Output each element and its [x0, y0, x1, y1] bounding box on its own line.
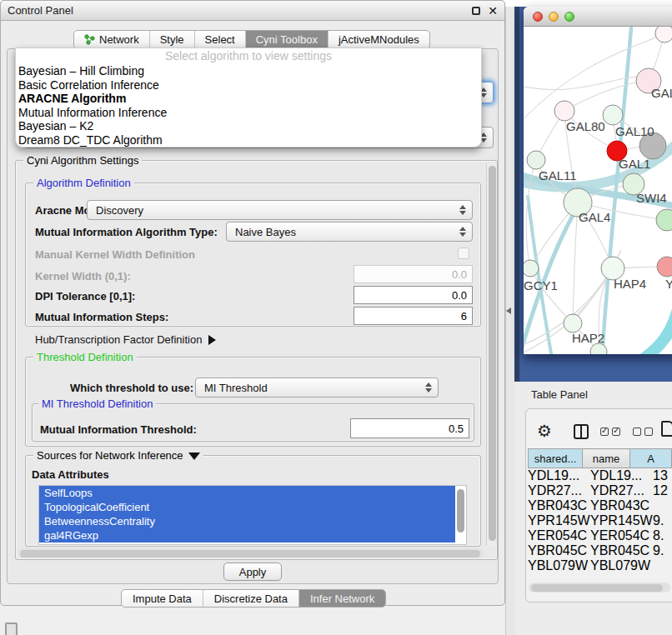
node-label: GCY1	[524, 278, 558, 292]
import-table-icon[interactable]	[661, 421, 672, 437]
settings-horizontal-thumb[interactable]	[20, 550, 480, 558]
attributes-scrollbar[interactable]	[457, 489, 464, 532]
dropdown-item[interactable]: Dream8 DC_TDC Algorithm	[16, 133, 481, 148]
dropdown-item[interactable]: Bayesian – K2	[16, 119, 481, 133]
table-row[interactable]: YBR043C YBR043C	[528, 498, 672, 513]
kernel-width-field[interactable]: 0.0	[354, 265, 473, 283]
close-window-icon[interactable]: ✕	[488, 7, 498, 15]
cell-shared-name[interactable]: YLR345W	[528, 573, 590, 574]
deselect-all-icon[interactable]	[633, 428, 653, 436]
table-settings-gear-icon[interactable]: ⚙	[537, 421, 552, 441]
sources-legend[interactable]: Sources for Network Inference	[33, 449, 203, 462]
panel-splitter[interactable]	[505, 7, 514, 635]
combo-arrows-icon	[459, 205, 466, 215]
cell-name[interactable]: YER054C	[590, 528, 653, 543]
tab-style[interactable]: Style	[149, 31, 194, 48]
cell-name[interactable]: YPR145W	[590, 513, 653, 528]
cell-shared-name[interactable]: YER054C	[528, 528, 590, 543]
cell-value[interactable]: 9.	[653, 543, 672, 558]
algorithm-dropdown-list: Select algorithm to view settings Bayesi…	[15, 48, 482, 148]
tab-jactivemnodules[interactable]: jActiveMNodules	[328, 31, 429, 48]
cell-name[interactable]: YDR27...	[590, 483, 653, 498]
cell-value[interactable]: 8.	[653, 528, 672, 543]
tab-network[interactable]: Network	[74, 31, 149, 48]
split-columns-icon[interactable]	[574, 424, 589, 439]
node-label: SWI4	[636, 191, 667, 205]
dropdown-item[interactable]: Bayesian – Hill Climbing	[16, 64, 481, 78]
cell-value[interactable]: 13	[653, 468, 672, 483]
table-horizontal-thumb[interactable]	[531, 584, 663, 592]
attribute-item-selected[interactable]: BetweennessCentrality	[39, 514, 455, 528]
tab-select[interactable]: Select	[194, 31, 245, 48]
zoom-traffic-light-icon[interactable]	[564, 12, 574, 22]
table-row[interactable]: YBR045C YBR045C 9.	[528, 543, 672, 558]
table-row[interactable]: YBL079W YBL079W	[528, 558, 672, 573]
cell-value[interactable]: 9.	[653, 513, 672, 528]
cell-value[interactable]: 9.	[653, 573, 672, 574]
apply-button[interactable]: Apply	[223, 562, 282, 581]
mi-threshold-field[interactable]: 0.5	[350, 418, 469, 438]
cell-name[interactable]: YBR045C	[590, 543, 653, 558]
table-row[interactable]: YDR27... YDR27... 12	[528, 483, 672, 498]
cell-shared-name[interactable]: YBL079W	[528, 558, 590, 573]
tab-cyni-toolbox[interactable]: Cyni Toolbox	[245, 31, 328, 48]
dropdown-item[interactable]: Basic Correlation Inference	[16, 78, 481, 92]
aracne-mode-combo[interactable]: Discovery	[87, 200, 473, 220]
cell-name[interactable]: YDL19...	[590, 468, 653, 483]
tab-impute-data[interactable]: Impute Data	[122, 590, 203, 607]
node-hap2[interactable]	[564, 314, 582, 332]
cell-value[interactable]: 12	[653, 483, 672, 498]
tab-discretize-data[interactable]: Discretize Data	[203, 590, 298, 607]
cell-name[interactable]: YBL079W	[590, 558, 653, 573]
attribute-item-selected[interactable]: SelfLoops	[39, 486, 455, 500]
cell-value[interactable]	[653, 498, 672, 513]
float-window-icon[interactable]	[472, 7, 480, 15]
close-traffic-light-icon[interactable]	[533, 12, 543, 22]
node-table-body[interactable]: YDL19... YDL19... 13 YDR27... YDR27... 1…	[528, 468, 672, 574]
node-salmon[interactable]	[657, 257, 672, 277]
select-all-icon[interactable]	[600, 428, 620, 436]
splitter-collapse-icon[interactable]	[506, 308, 511, 314]
which-threshold-combo[interactable]: MI Threshold	[195, 378, 439, 398]
node-gal80[interactable]	[554, 101, 574, 121]
hub-definition-toggle[interactable]: Hub/Transcription Factor Definition	[35, 333, 216, 346]
dpi-tolerance-field[interactable]: 0.0	[354, 286, 473, 304]
network-window-titlebar[interactable]	[524, 7, 672, 27]
cell-shared-name[interactable]: YPR145W	[528, 513, 590, 528]
dropdown-item-current[interactable]: ARACNE Algorithm	[16, 92, 481, 106]
column-header-name[interactable]: name	[582, 449, 629, 468]
table-row[interactable]: YPR145W YPR145W 9.	[528, 513, 672, 528]
node-gal11[interactable]	[527, 151, 545, 169]
dropdown-item[interactable]: Mutual Information Inference	[16, 106, 481, 120]
node-green[interactable]	[656, 209, 672, 231]
node[interactable]	[655, 27, 672, 42]
table-row[interactable]: YLR345W YLR345W 9.	[528, 573, 672, 574]
column-header-partial[interactable]: A	[630, 449, 672, 468]
node-gcy1[interactable]	[524, 260, 539, 277]
mi-type-combo[interactable]: Naive Bayes	[226, 222, 473, 242]
attribute-item-selected[interactable]: TopologicalCoefficient	[39, 500, 455, 514]
table-horizontal-scrollbar[interactable]	[529, 582, 670, 592]
node-gal10[interactable]	[603, 105, 623, 125]
cell-shared-name[interactable]: YBR043C	[528, 498, 590, 513]
settings-vertical-thumb[interactable]	[489, 166, 496, 541]
cell-value[interactable]	[653, 558, 672, 573]
collapsed-panel-icon[interactable]	[5, 622, 18, 635]
mi-steps-field[interactable]: 6	[354, 307, 473, 325]
table-panel-title: Table Panel	[531, 388, 588, 401]
cell-name[interactable]: YLR345W	[590, 573, 653, 574]
manual-kernel-checkbox[interactable]	[458, 248, 469, 259]
minimize-traffic-light-icon[interactable]	[549, 12, 559, 22]
attribute-item-selected[interactable]: gal4RGexp	[39, 528, 455, 542]
table-row[interactable]: YDL19... YDL19... 13	[528, 468, 672, 483]
cell-shared-name[interactable]: YBR045C	[528, 543, 590, 558]
settings-horizontal-scrollbar[interactable]	[18, 548, 484, 558]
network-canvas[interactable]: GAL GAL80 GAL10 GAL1 GAL11 SWI4 GAL4 GCY…	[524, 27, 672, 354]
cell-shared-name[interactable]: YDL19...	[528, 468, 590, 483]
column-header-shared-name[interactable]: shared...	[529, 449, 583, 468]
settings-vertical-scrollbar[interactable]	[486, 163, 497, 546]
tab-infer-network[interactable]: Infer Network	[298, 590, 385, 607]
table-row[interactable]: YER054C YER054C 8.	[528, 528, 672, 543]
cell-name[interactable]: YBR043C	[590, 498, 653, 513]
cell-shared-name[interactable]: YDR27...	[528, 483, 590, 498]
